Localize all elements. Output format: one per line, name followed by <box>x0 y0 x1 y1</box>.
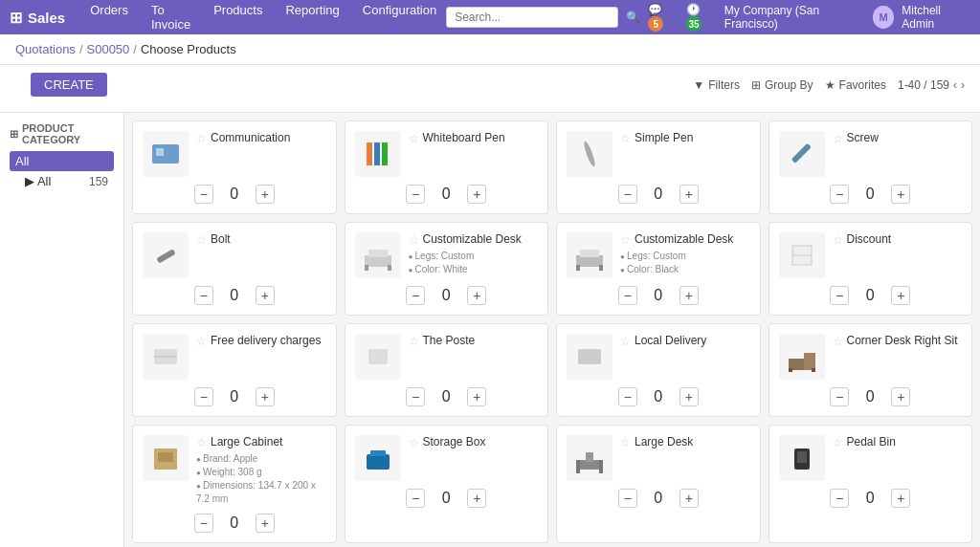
qty-minus[interactable]: − <box>194 514 213 533</box>
qty-value: 0 <box>857 490 883 507</box>
qty-plus[interactable]: + <box>256 514 275 533</box>
favorite-star[interactable]: ☆ <box>620 132 631 145</box>
qty-plus[interactable]: + <box>467 489 486 508</box>
product-meta: Legs: Custom Color: Black <box>620 250 750 276</box>
group-by-btn[interactable]: ⊞ Group By <box>751 78 813 92</box>
search-icon[interactable]: 🔍 <box>626 11 640 24</box>
qty-minus[interactable]: − <box>194 286 213 305</box>
user-name: Mitchell Admin <box>902 4 970 31</box>
qty-value: 0 <box>433 388 459 405</box>
qty-plus[interactable]: + <box>891 286 910 305</box>
product-name: Whiteboard Pen <box>423 131 505 146</box>
product-name: Simple Pen <box>635 131 693 146</box>
qty-minus[interactable]: − <box>406 489 425 508</box>
qty-plus[interactable]: + <box>256 387 275 406</box>
app-logo[interactable]: ⊞ Sales <box>10 9 65 27</box>
qty-minus[interactable]: − <box>618 489 637 508</box>
favorite-star[interactable]: ☆ <box>833 335 843 348</box>
qty-minus[interactable]: − <box>618 286 637 305</box>
qty-value: 0 <box>221 186 248 203</box>
product-name: Corner Desk Right Sit <box>847 334 958 349</box>
product-image <box>567 334 612 380</box>
favorite-star[interactable]: ☆ <box>196 132 207 145</box>
product-meta: Legs: Custom Color: White <box>409 250 539 276</box>
qty-minus[interactable]: − <box>618 185 637 204</box>
favorite-star[interactable]: ☆ <box>409 436 419 449</box>
product-name: Large Cabinet <box>211 435 282 450</box>
favorite-star[interactable]: ☆ <box>409 335 419 348</box>
favorite-star[interactable]: ☆ <box>409 132 419 145</box>
nav-orders[interactable]: Orders <box>80 0 138 35</box>
user-avatar[interactable]: M <box>873 6 894 29</box>
favorite-star[interactable]: ☆ <box>833 436 843 449</box>
favorite-star[interactable]: ☆ <box>620 436 631 449</box>
favorite-star[interactable]: ☆ <box>833 233 843 247</box>
qty-value: 0 <box>433 490 459 507</box>
qty-plus[interactable]: + <box>679 387 699 406</box>
qty-plus[interactable]: + <box>467 185 486 204</box>
sidebar-item-all-sub[interactable]: ▶ All 159 <box>19 171 114 191</box>
qty-plus[interactable]: + <box>256 185 275 204</box>
breadcrumb-quotations[interactable]: Quotations <box>15 42 76 56</box>
qty-plus[interactable]: + <box>891 489 910 508</box>
favorite-star[interactable]: ☆ <box>196 233 207 247</box>
sidebar: ⊞ PRODUCT CATEGORY All ▶ All 159 <box>0 113 124 547</box>
qty-plus[interactable]: + <box>467 387 486 406</box>
favorite-star[interactable]: ☆ <box>409 233 419 247</box>
qty-plus[interactable]: + <box>679 185 699 204</box>
qty-minus[interactable]: − <box>406 387 425 406</box>
breadcrumb: Quotations / S00050 / Choose Products <box>0 34 980 65</box>
nav-to-invoice[interactable]: To Invoice <box>142 0 200 35</box>
activity-icon[interactable]: 🕐 35 <box>686 3 717 32</box>
qty-minus[interactable]: − <box>406 185 425 204</box>
svg-rect-28 <box>367 454 390 470</box>
top-search[interactable] <box>446 7 618 28</box>
favorites-btn[interactable]: ★ Favorites <box>825 78 886 92</box>
nav-reporting[interactable]: Reporting <box>276 0 348 35</box>
qty-plus[interactable]: + <box>891 185 910 204</box>
qty-minus[interactable]: − <box>830 286 849 305</box>
message-icon[interactable]: 💬 5 <box>648 3 679 32</box>
nav-configuration[interactable]: Configuration <box>353 0 446 35</box>
svg-rect-7 <box>156 249 175 263</box>
product-name: Pedal Bin <box>847 435 896 450</box>
qty-minus[interactable]: − <box>830 489 849 508</box>
filters-btn[interactable]: ▼ Filters <box>693 78 740 92</box>
qty-minus[interactable]: − <box>194 185 213 204</box>
qty-minus[interactable]: − <box>830 387 849 406</box>
qty-minus[interactable]: − <box>830 185 849 204</box>
product-name: The Poste <box>423 334 476 349</box>
prev-page-btn[interactable]: ‹ <box>953 78 957 92</box>
favorite-star[interactable]: ☆ <box>833 132 843 145</box>
qty-plus[interactable]: + <box>891 387 910 406</box>
sidebar-item-all[interactable]: All <box>10 151 114 171</box>
qty-minus[interactable]: − <box>618 387 637 406</box>
product-card: ☆ Communication − 0 + <box>132 120 337 214</box>
svg-rect-4 <box>382 142 388 165</box>
next-page-btn[interactable]: › <box>961 78 965 92</box>
product-card: ☆ Free delivery charges − 0 + <box>132 323 337 417</box>
pagination: 1-40 / 159 ‹ › <box>898 78 965 92</box>
qty-plus[interactable]: + <box>467 286 486 305</box>
product-image <box>567 232 612 278</box>
qty-plus[interactable]: + <box>679 286 699 305</box>
favorite-star[interactable]: ☆ <box>620 335 631 348</box>
breadcrumb-so[interactable]: S00050 <box>87 42 130 56</box>
nav-items: Orders To Invoice Products Reporting Con… <box>80 0 446 35</box>
svg-rect-15 <box>599 265 603 271</box>
qty-minus[interactable]: − <box>194 387 213 406</box>
qty-minus[interactable]: − <box>406 286 425 305</box>
favorite-star[interactable]: ☆ <box>196 335 207 348</box>
search-input[interactable] <box>446 7 618 28</box>
nav-products[interactable]: Products <box>204 0 272 35</box>
product-name: Customizable Desk <box>635 232 733 248</box>
qty-value: 0 <box>221 287 248 304</box>
favorite-star[interactable]: ☆ <box>196 436 207 449</box>
qty-plus[interactable]: + <box>679 489 699 508</box>
sidebar-sub: ▶ All 159 <box>10 171 114 191</box>
qty-plus[interactable]: + <box>256 286 275 305</box>
product-card: ☆ The Poste − 0 + <box>345 323 549 417</box>
favorite-star[interactable]: ☆ <box>620 233 631 247</box>
product-card: ☆ Whiteboard Pen − 0 + <box>345 120 549 214</box>
create-button[interactable]: CREATE <box>31 73 107 97</box>
